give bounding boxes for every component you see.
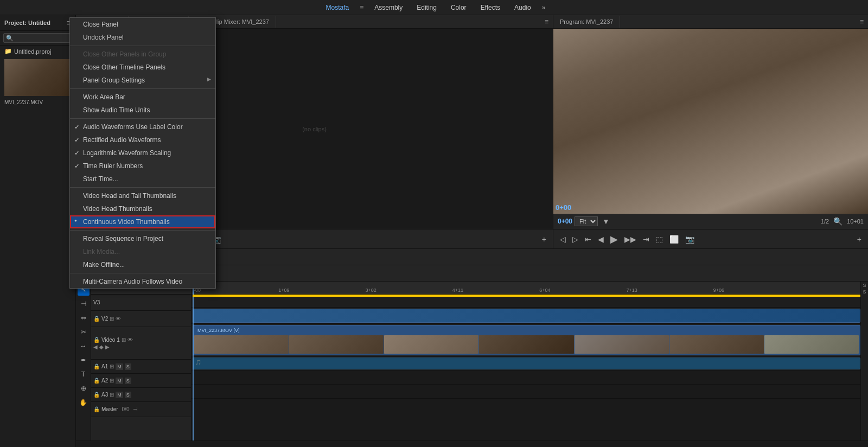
right-sidebar-s2[interactable]: S (863, 289, 866, 295)
track-a1-m[interactable]: M (116, 363, 123, 370)
menu-item-make-offline[interactable]: Make Offline... (70, 258, 215, 271)
track-a3-lock[interactable]: 🔒 (93, 392, 100, 398)
sidebar-search-area (0, 31, 75, 46)
workspace-settings-icon[interactable]: ≡ (356, 2, 367, 14)
program-step-back-icon[interactable]: ◀ (596, 234, 606, 245)
menu-item-logarithmic-waveform[interactable]: Logarithmic Waveform Scaling (70, 146, 215, 159)
program-fit-select[interactable]: Fit (575, 216, 598, 226)
menu-item-continuous-video-thumbnails[interactable]: Continuous Video Thumbnails (70, 215, 215, 228)
razor-tool[interactable]: ✂ (78, 326, 90, 338)
track-v1-arrow-left[interactable]: ◀ (93, 344, 98, 350)
track-a3-sync[interactable]: ⊞ (110, 392, 114, 398)
source-add-icon[interactable]: + (540, 234, 548, 245)
program-tab[interactable]: Program: MVI_2237 (553, 16, 620, 28)
track-v1-arrow-right[interactable]: ▶ (105, 344, 110, 350)
track-a2-s[interactable]: S (125, 378, 131, 384)
program-zoom-icon[interactable]: 🔍 (831, 216, 845, 227)
track-v2-name: V2 (101, 316, 108, 322)
source-panel-menu-icon[interactable]: ≡ (540, 15, 553, 28)
menu-item-multicamera-audio-follows-video[interactable]: Multi-Camera Audio Follows Video (70, 275, 215, 288)
zoom-tool[interactable]: ⊕ (78, 382, 90, 394)
workspace-tab-color[interactable]: Color (444, 2, 473, 14)
program-goto-in-icon[interactable]: ⇤ (583, 234, 593, 245)
menu-item-close-panel[interactable]: Close Panel (70, 18, 215, 31)
track-a2-lock[interactable]: 🔒 (93, 378, 100, 384)
track-a1-lock[interactable]: 🔒 (93, 363, 100, 369)
track-v1-diamond[interactable]: ◆ (99, 344, 104, 350)
workspace-more-icon[interactable]: » (539, 2, 549, 14)
program-camera-icon[interactable]: 📷 (683, 234, 697, 245)
track-a3-s[interactable]: S (125, 392, 131, 398)
menu-item-panel-group-settings[interactable]: Panel Group Settings (70, 74, 215, 87)
project-search-input[interactable] (3, 33, 72, 43)
a1-clip[interactable]: 🎵 (193, 357, 860, 369)
workspace-tab-audio[interactable]: Audio (508, 2, 538, 14)
track-v2-sync[interactable]: ⊞ (110, 316, 114, 322)
menu-item-undock-panel[interactable]: Undock Panel (70, 31, 215, 44)
program-fit-dropdown-icon[interactable]: ▼ (600, 216, 612, 227)
v1-clip[interactable]: MVI_2237.MOV [V] (193, 325, 860, 355)
project-folder-item[interactable]: 📁 Untitled.prproj (0, 46, 75, 57)
menu-item-rectified-audio-waveforms[interactable]: Rectified Audio Waveforms (70, 133, 215, 146)
folder-name: Untitled.prproj (14, 48, 51, 55)
menu-item-work-area-bar[interactable]: Work Area Bar (70, 91, 215, 104)
track-a2-sync[interactable]: ⊞ (110, 378, 114, 384)
slip-tool[interactable]: ↔ (78, 340, 90, 352)
menu-item-link-media: Link Media... (70, 245, 215, 258)
menu-item-show-audio-time-units[interactable]: Show Audio Time Units (70, 104, 215, 117)
program-mark-out-icon[interactable]: ▷ (570, 234, 580, 245)
workspace-tab-effects[interactable]: Effects (474, 2, 507, 14)
track-v1-sync[interactable]: ⊞ (122, 337, 126, 343)
right-sidebar-s1[interactable]: S (863, 283, 866, 288)
v2-clip[interactable] (193, 309, 860, 323)
hand-tool[interactable]: ✋ (78, 397, 90, 408)
program-lift-icon[interactable]: ⬚ (654, 234, 665, 245)
track-master-lock[interactable]: 🔒 (93, 406, 100, 412)
menu-item-close-other-timeline[interactable]: Close Other Timeline Panels (70, 61, 215, 74)
track-v1-lock[interactable]: 🔒 (93, 337, 100, 343)
program-timecode[interactable]: 0+00 (558, 218, 572, 225)
thumb-4 (479, 335, 573, 354)
thumb-6 (669, 335, 764, 354)
track-header-a3: 🔒 A3 ⊞ M S (91, 388, 191, 402)
track-header-v2: 🔒 V2 ⊞ 👁 (91, 311, 191, 327)
track-a2-m[interactable]: M (116, 378, 123, 384)
track-master-keyframe[interactable]: ⊣ (133, 406, 138, 412)
thumb-5 (575, 335, 669, 354)
work-area-bar[interactable] (193, 295, 860, 297)
menu-item-audio-waveforms-label-color[interactable]: Audio Waveforms Use Label Color (70, 120, 215, 133)
track-v2-eye[interactable]: 👁 (116, 316, 121, 322)
menu-item-video-head-thumbnails[interactable]: Video Head Thumbnails (70, 202, 215, 215)
timeline-scrollbar[interactable] (76, 440, 868, 447)
type-tool[interactable]: T (78, 368, 90, 380)
program-preview: 0+00 (553, 29, 868, 214)
track-a1-s[interactable]: S (125, 363, 131, 370)
menu-item-time-ruler-numbers[interactable]: Time Ruler Numbers (70, 159, 215, 173)
rate-stretch-tool[interactable]: ⇔ (78, 312, 90, 324)
source-panel-empty: (no clips) (302, 126, 327, 132)
pen-tool[interactable]: ✒ (78, 354, 90, 366)
workspace-tab-mostafa[interactable]: Mostafa (320, 2, 356, 14)
program-step-fwd-icon[interactable]: ▶▶ (622, 234, 639, 245)
workspace-tab-assembly[interactable]: Assembly (368, 2, 409, 14)
menu-item-video-head-tail-thumbnails[interactable]: Video Head and Tail Thumbnails (70, 189, 215, 202)
track-headers: V3 🔒 V2 ⊞ 👁 🔒 Video 1 (91, 282, 192, 440)
clip-thumbnail[interactable] (4, 59, 69, 96)
ruler-mark-1: 1+09 (278, 288, 289, 293)
program-panel-menu-icon[interactable]: ≡ (856, 15, 868, 28)
track-v1-eye[interactable]: 👁 (127, 337, 133, 343)
menu-item-reveal-sequence[interactable]: Reveal Sequence in Project (70, 232, 215, 245)
program-goto-out-icon[interactable]: ⇥ (641, 234, 652, 245)
thumb-7 (764, 335, 859, 354)
track-a3-m[interactable]: M (116, 392, 123, 398)
track-v2-lock[interactable]: 🔒 (93, 316, 100, 322)
program-play-icon[interactable]: ▶ (608, 232, 620, 246)
track-a1-sync[interactable]: ⊞ (110, 363, 114, 369)
program-mark-in-icon[interactable]: ◁ (558, 234, 568, 245)
workspace-tab-editing[interactable]: Editing (410, 2, 443, 14)
ripple-edit-tool[interactable]: ⊣ (78, 298, 90, 310)
program-extract-icon[interactable]: ⬜ (667, 234, 681, 245)
program-add-icon[interactable]: + (855, 234, 864, 245)
context-menu: Close Panel Undock Panel Close Other Pan… (69, 17, 216, 289)
menu-item-start-time[interactable]: Start Time... (70, 173, 215, 186)
